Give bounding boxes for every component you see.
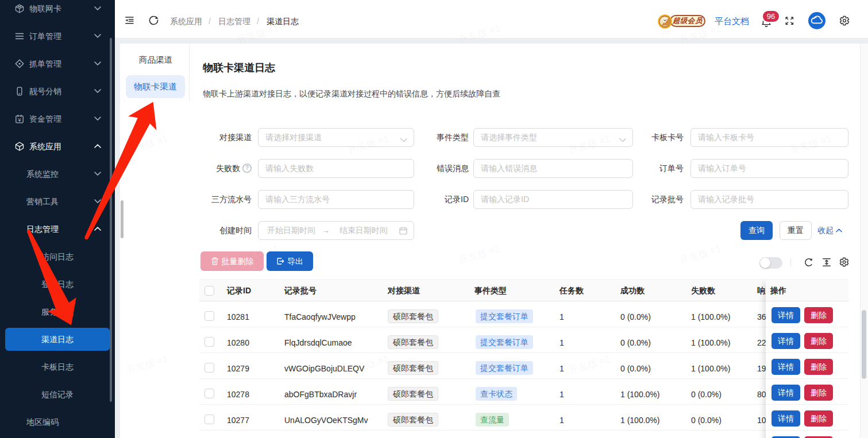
svg-text:¥: ¥	[17, 117, 21, 123]
svg-text:?: ?	[245, 165, 249, 171]
